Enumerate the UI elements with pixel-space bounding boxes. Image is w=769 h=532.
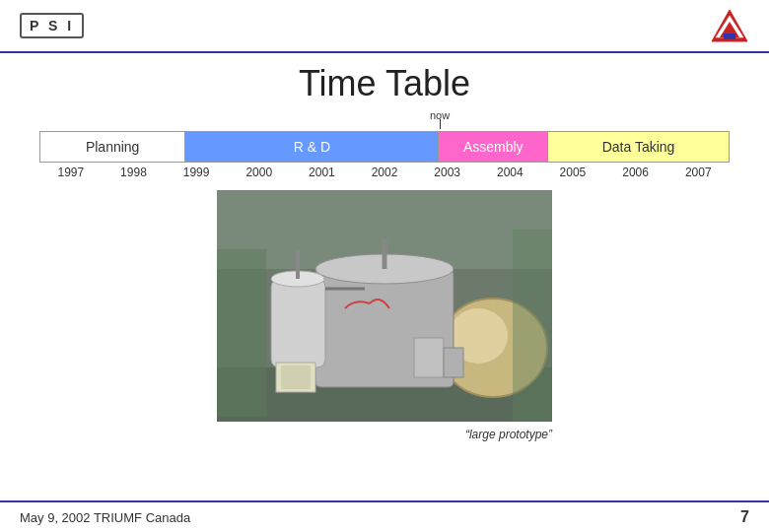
year-2006: 2006 [604, 166, 667, 179]
image-caption: “large prototype” [465, 428, 552, 441]
svg-rect-3 [724, 33, 735, 39]
footer-date: May 9, 2002 TRIUMF Canada [20, 510, 190, 525]
timeline-container: Planning R & D Assembly Data Taking [39, 131, 730, 163]
now-arrow [440, 119, 441, 129]
psi-logo-text: P S I [30, 18, 74, 33]
year-2003: 2003 [416, 166, 479, 179]
year-1999: 1999 [165, 166, 228, 179]
title-section: Time Table [0, 53, 769, 109]
psi-logo: P S I [20, 13, 84, 38]
svg-rect-11 [271, 279, 325, 367]
year-2007: 2007 [666, 166, 730, 179]
year-1997: 1997 [39, 166, 103, 179]
prototype-image [217, 190, 552, 422]
bar-rd: R & D [185, 132, 439, 162]
bar-planning: Planning [40, 132, 185, 162]
svg-rect-21 [513, 230, 552, 422]
bar-assembly: Assembly [439, 132, 548, 162]
image-wrapper: “large prototype” [217, 190, 552, 422]
svg-rect-17 [281, 366, 311, 389]
year-2000: 2000 [228, 166, 291, 179]
header: P S I [0, 0, 769, 53]
year-1998: 1998 [103, 166, 166, 179]
lab-logo [710, 8, 749, 43]
image-section: “large prototype” [0, 190, 769, 422]
svg-rect-18 [414, 338, 444, 377]
svg-rect-19 [444, 348, 463, 377]
footer: May 9, 2002 TRIUMF Canada 7 [0, 500, 769, 532]
year-2001: 2001 [291, 166, 354, 179]
main-title: Time Table [0, 63, 769, 104]
year-labels: 1997 1998 1999 2000 2001 2002 2003 2004 … [39, 163, 730, 182]
bar-datataking: Data Taking [548, 132, 729, 162]
footer-page: 7 [740, 508, 749, 526]
svg-rect-20 [217, 249, 266, 417]
year-2005: 2005 [541, 166, 604, 179]
year-2002: 2002 [353, 166, 416, 179]
timeline-bars: Planning R & D Assembly Data Taking [39, 131, 730, 163]
year-2004: 2004 [478, 166, 541, 179]
